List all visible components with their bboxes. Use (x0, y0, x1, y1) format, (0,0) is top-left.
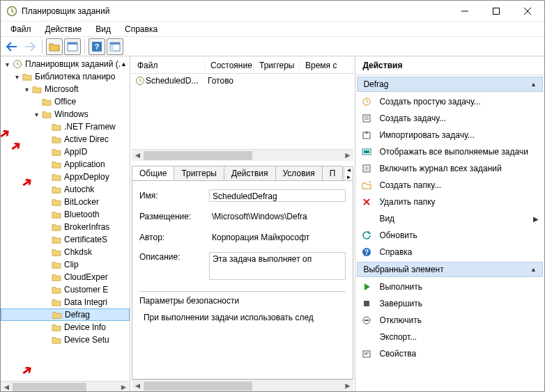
nav-forward-button[interactable] (22, 38, 38, 55)
task-list: Файл Состояние Триггеры Время с Schedule… (132, 58, 353, 161)
tree-item[interactable]: AppID (1, 146, 130, 158)
clock-icon (12, 59, 23, 69)
delete-icon (361, 196, 372, 207)
action-item[interactable]: Удалить папку (355, 194, 544, 210)
details-hscroll[interactable]: ◄ ► (132, 379, 353, 391)
tab-general[interactable]: Общие (132, 166, 174, 180)
scroll-right-icon[interactable]: ► (118, 382, 130, 393)
minimize-button[interactable] (449, 1, 480, 22)
col-state[interactable]: Состояние (205, 58, 254, 73)
play-icon (361, 281, 372, 292)
scroll-right-icon[interactable]: ► (341, 150, 353, 162)
toolbar: ? (1, 37, 544, 56)
tree-item[interactable]: BitLocker (1, 196, 130, 208)
tree-root[interactable]: ▾Планировщик заданий (.▲ (1, 58, 130, 70)
scroll-left-icon[interactable]: ◄ (132, 150, 144, 162)
action-item[interactable]: Обновить (355, 227, 544, 244)
action-item[interactable]: Выполнить (355, 279, 544, 295)
tree-item[interactable]: Customer E (1, 283, 130, 296)
col-file[interactable]: Файл (132, 58, 205, 73)
menu-action[interactable]: Действие (38, 23, 89, 36)
author-value: Корпорация Майкрософт (209, 231, 346, 244)
tab-conditions[interactable]: Условия (275, 166, 323, 180)
tree-item[interactable]: Chkdsk (1, 246, 130, 258)
app-icon (6, 6, 17, 17)
nav-back-button[interactable] (3, 38, 20, 55)
action-label: Свойства (379, 349, 416, 359)
tree-item[interactable]: Bluetooth (1, 208, 130, 221)
tree-item[interactable]: Data Integri (1, 296, 130, 308)
action-item[interactable]: Экспорт... (355, 329, 544, 345)
tab-actions[interactable]: Действия (224, 166, 276, 180)
menu-help[interactable]: Справка (118, 23, 164, 36)
task-row[interactable]: ScheduledD... Готово (132, 74, 353, 88)
tree-pane: ▾Планировщик заданий (.▲▾Библиотека план… (1, 56, 130, 392)
action-item[interactable]: Вид▶ (355, 210, 544, 227)
toolbar-separator (84, 40, 85, 54)
collapse-icon: ▲ (530, 81, 537, 88)
tree-item[interactable]: Application (1, 158, 130, 171)
tree-library[interactable]: ▾Библиотека планиро (1, 70, 130, 83)
tree-item[interactable]: Defrag (1, 308, 130, 321)
maximize-button[interactable] (480, 1, 512, 22)
action-item[interactable]: Создать задачу... (355, 110, 544, 127)
tab-triggers[interactable]: Триггеры (174, 166, 224, 180)
actions-list: Defrag▲Создать простую задачу...Создать … (355, 75, 544, 392)
tree-view[interactable]: ▾Планировщик заданий (.▲▾Библиотека план… (1, 56, 130, 381)
scroll-left-icon[interactable]: ◄ (132, 380, 144, 392)
tree-microsoft[interactable]: ▾Microsoft (1, 83, 130, 95)
tree-item[interactable]: Active Direc (1, 133, 130, 146)
action-item[interactable]: Создать простую задачу... (355, 93, 544, 110)
action-item[interactable]: ?Справка (355, 244, 544, 260)
folder-icon (51, 335, 62, 345)
tree-windows[interactable]: ▾Windows (1, 108, 130, 120)
scroll-right-icon[interactable]: ► (341, 380, 353, 392)
location-label: Размещение: (139, 212, 209, 221)
folder-icon (51, 272, 62, 282)
tree-office[interactable]: Office (1, 95, 130, 108)
tree-item[interactable]: BrokerInfras (1, 221, 130, 233)
toolbar-folder-button[interactable] (46, 38, 63, 55)
action-item[interactable]: Отображать все выполняемые задачи (355, 143, 544, 160)
tree-item[interactable]: CloudExper (1, 271, 130, 283)
toolbar-help-button[interactable]: ? (89, 38, 105, 55)
actions-section-head[interactable]: Defrag▲ (357, 77, 543, 92)
folder-icon (41, 97, 52, 107)
tab-scroll[interactable]: ◄► (344, 166, 353, 180)
tree-hscroll[interactable]: ◄ ► (1, 381, 130, 392)
tasklist-hscroll[interactable]: ◄ ► (132, 149, 353, 161)
tree-item[interactable]: .NET Framew (1, 120, 130, 133)
tree-item[interactable]: AppxDeploy (1, 171, 130, 183)
toolbar-panel-button[interactable] (64, 38, 81, 55)
menu-file[interactable]: Файл (3, 23, 38, 36)
action-item[interactable]: Включить журнал всех заданий (355, 160, 544, 177)
actions-section-head[interactable]: Выбранный элемент▲ (357, 262, 543, 277)
col-time[interactable]: Время с (300, 58, 353, 73)
tree-item[interactable]: Clip (1, 258, 130, 271)
folder-icon (51, 147, 62, 157)
folder-icon (52, 310, 63, 320)
scroll-left-icon[interactable]: ◄ (1, 382, 13, 393)
action-item[interactable]: Свойства (355, 345, 544, 362)
security-group: Параметры безопасности При выполнении за… (139, 288, 346, 322)
tab-more[interactable]: П (322, 166, 344, 180)
action-item[interactable]: Отключить (355, 312, 544, 329)
tree-item[interactable]: Device Setu (1, 334, 130, 346)
action-item[interactable]: Завершить (355, 295, 544, 312)
folder-icon (51, 172, 62, 182)
tree-item[interactable]: Device Info (1, 321, 130, 334)
desc-value: Эта задача выполняет оп (209, 252, 346, 280)
main-content: ▾Планировщик заданий (.▲▾Библиотека план… (1, 56, 544, 392)
close-button[interactable] (512, 1, 543, 22)
folder-icon (51, 285, 62, 295)
action-item[interactable]: Импортировать задачу... (355, 127, 544, 143)
action-item[interactable]: *Создать папку... (355, 177, 544, 194)
action-label: Отключить (379, 315, 422, 325)
actions-pane: Действия Defrag▲Создать простую задачу..… (355, 56, 544, 392)
tree-item[interactable]: Autochk (1, 183, 130, 196)
col-triggers[interactable]: Триггеры (254, 58, 300, 73)
menu-view[interactable]: Вид (89, 23, 118, 36)
tree-item[interactable]: CertificateS (1, 233, 130, 246)
name-label: Имя: (139, 191, 209, 201)
toolbar-layout-button[interactable] (107, 38, 123, 55)
